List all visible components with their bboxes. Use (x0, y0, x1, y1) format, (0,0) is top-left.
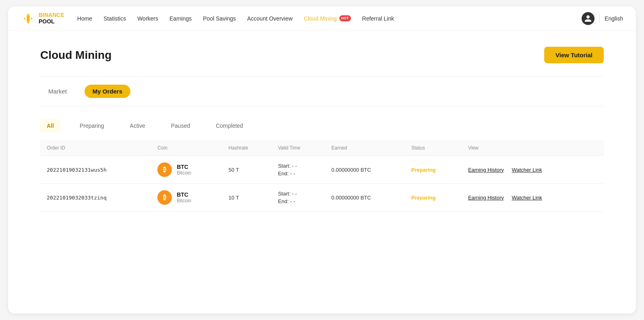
order-id-cell: 20221019032033tzinq (40, 184, 151, 212)
table-header: Order ID Coin Hashrate Valid Time Earned… (40, 140, 604, 156)
hot-badge: HOT (339, 15, 351, 21)
nav-right: English (582, 12, 623, 25)
view-cell: Earning History Watcher Link (462, 156, 604, 184)
nav-home[interactable]: Home (77, 15, 92, 22)
valid-time-cell: Start: - - End: - - (272, 156, 325, 184)
valid-end: End: - - (278, 198, 319, 204)
view-cell: Earning History Watcher Link (462, 184, 604, 212)
order-id-cell: 20221019032131wus5h (40, 156, 151, 184)
col-status: Status (405, 140, 462, 156)
status-badge: Preparing (411, 195, 436, 201)
col-view: View (462, 140, 604, 156)
valid-start: Start: - - (278, 163, 319, 169)
earning-history-link-1[interactable]: Earning History (468, 167, 504, 173)
nav-pool-savings[interactable]: Pool Savings (203, 15, 236, 22)
coin-symbol: BTC (177, 191, 191, 198)
col-coin: Coin (151, 140, 222, 156)
page-header: Cloud Mining View Tutorial (40, 47, 604, 63)
logo[interactable]: BINANCE POOL (21, 11, 64, 26)
logo-text: BINANCE POOL (39, 12, 64, 25)
status-badge: Preparing (411, 167, 436, 173)
col-valid-time: Valid Time (272, 140, 325, 156)
earned-cell: 0.00000000 BTC (325, 156, 405, 184)
nav-divider (599, 15, 600, 23)
navbar: BINANCE POOL Home Statistics Workers Ear… (8, 6, 636, 31)
valid-end: End: - - (278, 170, 319, 177)
page-wrapper: BINANCE POOL Home Statistics Workers Ear… (8, 6, 636, 314)
nav-workers[interactable]: Workers (137, 15, 158, 22)
col-order-id: Order ID (40, 140, 151, 156)
nav-statistics[interactable]: Statistics (103, 15, 126, 22)
status-tab-active[interactable]: Active (124, 119, 152, 132)
valid-start: Start: - - (278, 191, 319, 197)
watcher-link-1[interactable]: Watcher Link (512, 167, 542, 173)
main-content: Cloud Mining View Tutorial Market My Ord… (8, 31, 636, 228)
watcher-link-2[interactable]: Watcher Link (512, 195, 542, 201)
table-row: 20221019032033tzinq ₿ BTC Bitcoin 10 T (40, 184, 604, 212)
svg-rect-2 (27, 15, 29, 21)
valid-time-cell: Start: - - End: - - (272, 184, 325, 212)
account-icon (584, 15, 592, 23)
language-selector[interactable]: English (605, 15, 623, 22)
nav-referral-link[interactable]: Referral Link (362, 15, 394, 22)
coin-info: BTC Bitcoin (177, 164, 191, 176)
table-body: 20221019032131wus5h ₿ BTC Bitcoin 50 T (40, 156, 604, 212)
user-icon[interactable] (582, 12, 594, 25)
order-id-text: 20221019032131wus5h (47, 167, 107, 173)
tab-my-orders[interactable]: My Orders (85, 85, 130, 98)
status-cell: Preparing (405, 184, 462, 212)
nav-earnings[interactable]: Earnings (169, 15, 192, 22)
btc-icon: ₿ (157, 190, 172, 205)
view-tutorial-button[interactable]: View Tutorial (544, 47, 604, 63)
order-tabs: Market My Orders (40, 76, 604, 106)
status-cell: Preparing (405, 156, 462, 184)
status-tab-all[interactable]: All (40, 119, 60, 132)
order-id-text: 20221019032033tzinq (47, 195, 107, 201)
btc-icon: ₿ (157, 162, 172, 177)
coin-name: Bitcoin (177, 198, 191, 204)
tab-market[interactable]: Market (40, 85, 75, 98)
orders-table: Order ID Coin Hashrate Valid Time Earned… (40, 140, 604, 212)
earning-history-link-2[interactable]: Earning History (468, 195, 504, 201)
status-tab-preparing[interactable]: Preparing (73, 119, 111, 132)
nav-cloud-mining[interactable]: Cloud Mining HOT (304, 15, 351, 22)
coin-info: BTC Bitcoin (177, 191, 191, 204)
coin-cell: ₿ BTC Bitcoin (151, 184, 222, 212)
col-earned: Earned (325, 140, 405, 156)
coin-name: Bitcoin (177, 170, 191, 176)
page-title: Cloud Mining (40, 49, 111, 62)
nav-links: Home Statistics Workers Earnings Pool Sa… (77, 15, 582, 22)
table-row: 20221019032131wus5h ₿ BTC Bitcoin 50 T (40, 156, 604, 184)
hashrate-cell: 50 T (222, 156, 272, 184)
status-tab-paused[interactable]: Paused (165, 119, 196, 132)
status-tabs: All Preparing Active Paused Completed (40, 119, 604, 132)
earned-cell: 0.00000000 BTC (325, 184, 405, 212)
nav-account-overview[interactable]: Account Overview (247, 15, 293, 22)
col-hashrate: Hashrate (222, 140, 272, 156)
coin-symbol: BTC (177, 164, 191, 170)
status-tab-completed[interactable]: Completed (209, 119, 250, 132)
hashrate-cell: 10 T (222, 184, 272, 212)
coin-cell: ₿ BTC Bitcoin (151, 156, 222, 184)
binance-logo-icon (21, 11, 35, 26)
